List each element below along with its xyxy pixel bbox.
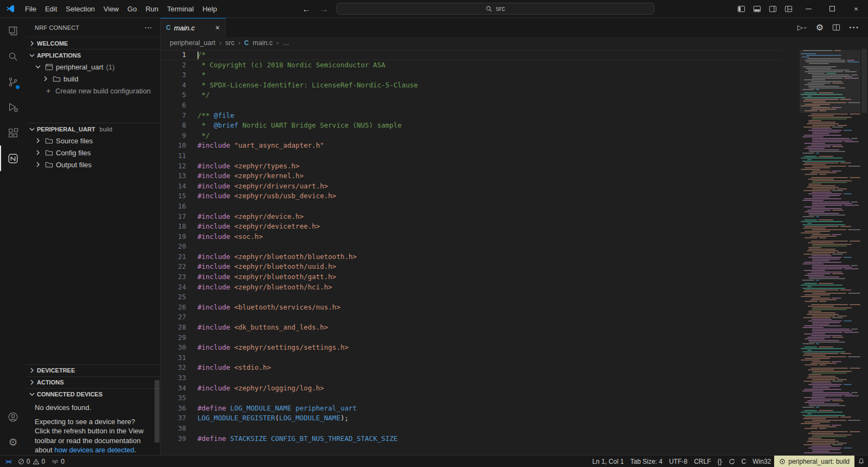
indentation[interactable]: Tab Size: 4 xyxy=(627,456,666,467)
section-actions[interactable]: ACTIONS xyxy=(26,376,160,388)
code-line[interactable]: 22#include <zephyr/bluetooth/uuid.h> xyxy=(161,262,781,272)
minimap[interactable] xyxy=(800,50,860,455)
code-line[interactable]: 20 xyxy=(161,242,781,252)
code-line[interactable]: 5 */ xyxy=(161,90,781,100)
sync-icon[interactable] xyxy=(725,456,738,467)
devices-docs-link[interactable]: how devices are detected xyxy=(54,446,134,454)
breadcrumb-item-symbol[interactable]: … xyxy=(283,39,290,47)
toggle-primary-sidebar-icon[interactable] xyxy=(733,0,749,17)
code-line[interactable]: 37LOG_MODULE_REGISTER(LOG_MODULE_NAME); xyxy=(161,413,781,424)
run-and-debug-icon[interactable] xyxy=(0,94,26,120)
command-center-search[interactable]: src xyxy=(336,3,654,15)
accounts-icon[interactable] xyxy=(0,404,26,430)
code-line[interactable]: 4 * SPDX-License-Identifier: LicenseRef-… xyxy=(161,80,781,91)
code-line[interactable]: 12#include <zephyr/types.h> xyxy=(161,161,781,172)
toggle-panel-icon[interactable] xyxy=(749,0,765,17)
menu-go[interactable]: Go xyxy=(123,0,141,17)
split-editor-button[interactable] xyxy=(832,23,840,31)
code-line[interactable]: 30#include <zephyr/settings/settings.h> xyxy=(161,343,781,353)
language-status[interactable]: {} xyxy=(714,456,725,467)
code-line[interactable]: 23#include <zephyr/bluetooth/gatt.h> xyxy=(161,272,781,282)
problems-indicator[interactable]: 0 0 xyxy=(15,456,48,467)
tree-item-peripheral-uart[interactable]: peripheral_uart (1) xyxy=(26,61,160,73)
tab-main-c[interactable]: C main.c × xyxy=(161,18,226,37)
navigate-forward-icon[interactable]: → xyxy=(318,4,330,14)
code-line[interactable]: 13#include <zephyr/kernel.h> xyxy=(161,171,781,181)
nrf-connect-icon[interactable] xyxy=(0,146,26,171)
tab-close-icon[interactable]: × xyxy=(214,23,221,32)
code-line[interactable]: 17#include <zephyr/device.h> xyxy=(161,212,781,222)
code-line[interactable]: 7/** @file xyxy=(161,111,781,121)
menu-run[interactable]: Run xyxy=(141,0,163,17)
close-button[interactable]: × xyxy=(844,0,868,17)
menu-view[interactable]: View xyxy=(99,0,123,17)
section-connected-devices[interactable]: CONNECTED DEVICES xyxy=(26,388,160,400)
code-line[interactable]: 6 xyxy=(161,100,781,111)
minimize-button[interactable] xyxy=(796,0,820,17)
breadcrumb-item-folder[interactable]: peripheral_uart xyxy=(170,39,215,47)
editor-scrollbar[interactable] xyxy=(860,49,868,455)
code-line[interactable]: 34#include <zephyr/logging/log.h> xyxy=(161,383,781,394)
code-line[interactable]: 27 xyxy=(161,312,781,323)
tree-item-output-files[interactable]: Output files xyxy=(26,159,160,171)
code-line[interactable]: 32#include <stdio.h> xyxy=(161,363,781,373)
build-status-item[interactable]: peripheral_uart: build xyxy=(774,456,854,467)
editor-settings-gear-icon[interactable]: ⚙ xyxy=(816,22,824,33)
tree-item-build[interactable]: build xyxy=(26,73,160,85)
code-line[interactable]: 16 xyxy=(161,201,781,212)
language-mode[interactable]: C xyxy=(738,456,750,467)
code-line[interactable]: 25 xyxy=(161,292,781,302)
encoding[interactable]: UTF-8 xyxy=(666,456,691,467)
cursor-position[interactable]: Ln 1, Col 1 xyxy=(589,456,627,467)
search-view-icon[interactable] xyxy=(0,43,26,69)
notifications-bell-icon[interactable] xyxy=(854,456,868,467)
code-line[interactable]: 24#include <zephyr/bluetooth/hci.h> xyxy=(161,282,781,293)
code-line[interactable]: 29 xyxy=(161,333,781,343)
section-welcome[interactable]: WELCOME xyxy=(26,37,160,49)
code-line[interactable]: 31 xyxy=(161,353,781,363)
code-line[interactable]: 8 * @brief Nordic UART Bridge Service (N… xyxy=(161,121,781,131)
code-line[interactable]: 10#include "uart_async_adapter.h" xyxy=(161,141,781,151)
code-line[interactable]: 19#include <soc.h> xyxy=(161,232,781,242)
code-line[interactable]: 1/* xyxy=(161,50,781,60)
code-line[interactable]: 14#include <zephyr/drivers/uart.h> xyxy=(161,181,781,192)
code-line[interactable]: 9 */ xyxy=(161,131,781,141)
code-line[interactable]: 38 xyxy=(161,424,781,434)
section-devicetree[interactable]: DEVICETREE xyxy=(26,364,160,376)
source-control-icon[interactable] xyxy=(0,69,26,94)
code-line[interactable]: 33 xyxy=(161,373,781,383)
code-line[interactable]: 21#include <zephyr/bluetooth/bluetooth.h… xyxy=(161,252,781,262)
customize-layout-icon[interactable] xyxy=(781,0,796,17)
breadcrumb-item-src[interactable]: src xyxy=(225,39,234,47)
sidebar-more-actions-icon[interactable]: ··· xyxy=(145,24,152,31)
code-line[interactable]: 36#define LOG_MODULE_NAME peripheral_uar… xyxy=(161,403,781,414)
extensions-icon[interactable] xyxy=(0,120,26,146)
ports-indicator[interactable]: 0 xyxy=(48,456,68,467)
eol-sequence[interactable]: CRLF xyxy=(691,456,714,467)
settings-gear-icon[interactable]: ⚙ xyxy=(0,430,26,455)
minimap-slider[interactable] xyxy=(800,50,860,113)
menu-edit[interactable]: Edit xyxy=(41,0,61,17)
menu-terminal[interactable]: Terminal xyxy=(163,0,198,17)
menu-selection[interactable]: Selection xyxy=(61,0,99,17)
section-applications[interactable]: APPLICATIONS xyxy=(26,49,160,61)
sidebar-scrollbar[interactable] xyxy=(155,380,159,443)
code-line[interactable]: 28#include <dk_buttons_and_leds.h> xyxy=(161,323,781,333)
maximize-button[interactable] xyxy=(820,0,844,17)
section-peripheral-uart-build[interactable]: PERIPHERAL_UART build xyxy=(26,123,160,135)
toggle-secondary-sidebar-icon[interactable] xyxy=(765,0,781,17)
run-file-button[interactable]: ▷ xyxy=(797,23,807,31)
remote-indicator[interactable]: >< xyxy=(2,456,15,467)
code-line[interactable]: 18#include <zephyr/devicetree.h> xyxy=(161,222,781,232)
code-line[interactable]: 35 xyxy=(161,393,781,403)
navigate-back-icon[interactable]: ← xyxy=(301,4,312,14)
editor-more-actions-icon[interactable]: ··· xyxy=(849,23,859,33)
code-line[interactable]: 3 * xyxy=(161,70,781,80)
breadcrumb-item-file[interactable]: main.c xyxy=(253,39,273,47)
tree-item-source-files[interactable]: Source files xyxy=(26,135,160,147)
code-line[interactable]: 26#include <bluetooth/services/nus.h> xyxy=(161,302,781,313)
menu-file[interactable]: File xyxy=(21,0,41,17)
cpp-configuration[interactable]: Win32 xyxy=(749,456,774,467)
explorer-icon[interactable] xyxy=(0,18,26,43)
code-line[interactable]: 2 * Copyright (c) 2018 Nordic Semiconduc… xyxy=(161,60,781,71)
